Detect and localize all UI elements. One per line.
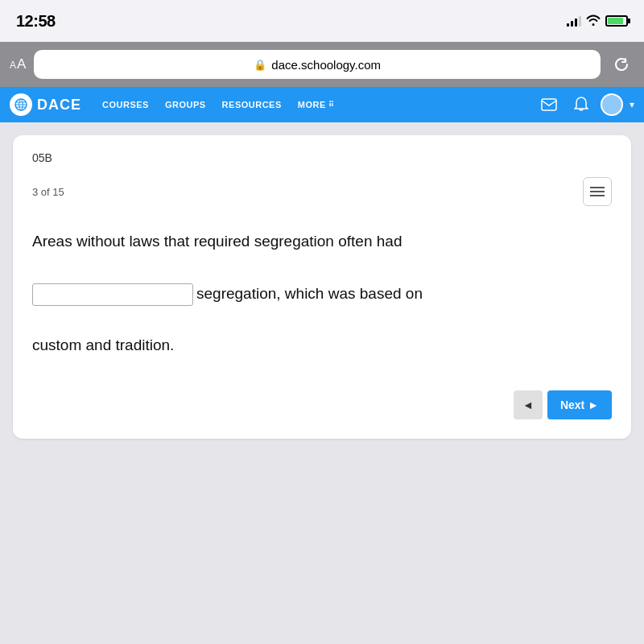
nav-links: COURSES GROUPS RESOURCES MORE ⠿	[94, 87, 536, 122]
list-view-button[interactable]	[583, 177, 612, 206]
question-part3: custom and tradition.	[32, 336, 174, 353]
nav-logo-icon	[10, 93, 32, 116]
nav-bar: DACE COURSES GROUPS RESOURCES MORE ⠿ ▾	[0, 87, 644, 122]
svg-rect-1	[542, 99, 556, 110]
signal-icon	[567, 15, 581, 27]
nav-logo[interactable]: DACE	[10, 93, 81, 116]
url-text: dace.schoology.com	[271, 58, 381, 72]
avatar[interactable]	[601, 93, 623, 116]
battery-icon	[605, 15, 628, 27]
nav-link-more[interactable]: MORE ⠿	[290, 87, 343, 122]
prev-button[interactable]: ◄	[514, 390, 543, 419]
more-dots-icon: ⠿	[328, 101, 335, 109]
nav-logo-text: DACE	[37, 97, 81, 114]
url-bar[interactable]: 🔒 dace.schoology.com	[34, 50, 601, 79]
status-bar: 12:58	[0, 0, 644, 42]
aa-large: A	[17, 56, 26, 72]
status-icons	[567, 14, 628, 28]
nav-link-resources[interactable]: RESOURCES	[214, 87, 290, 122]
question-card: 05B 3 of 15 Areas without laws that requ…	[13, 135, 631, 439]
chevron-down-icon[interactable]: ▾	[630, 99, 634, 110]
card-label: 05B	[32, 151, 612, 164]
wifi-icon	[586, 14, 601, 28]
list-icon	[590, 186, 605, 197]
bell-icon-button[interactable]	[568, 92, 594, 118]
next-button[interactable]: Next ►	[547, 390, 612, 419]
fill-blank-input[interactable]	[32, 283, 193, 306]
nav-buttons: ◄ Next ►	[32, 390, 612, 419]
avatar-image	[602, 95, 621, 114]
browser-bar: A A 🔒 dace.schoology.com	[0, 42, 644, 87]
question-part2: segregation, which was based on	[196, 285, 423, 302]
nav-icons: ▾	[536, 92, 634, 118]
question-area: Areas without laws that required segrega…	[32, 229, 612, 358]
progress-row: 3 of 15	[32, 177, 612, 206]
aa-small: A	[10, 60, 16, 71]
lock-icon: 🔒	[254, 59, 266, 71]
nav-link-courses[interactable]: COURSES	[94, 87, 157, 122]
nav-link-groups[interactable]: GROUPS	[157, 87, 214, 122]
status-time: 12:58	[16, 12, 56, 31]
reload-button[interactable]	[609, 52, 634, 77]
progress-text: 3 of 15	[32, 186, 64, 198]
main-content: 05B 3 of 15 Areas without laws that requ…	[0, 122, 644, 644]
aa-button[interactable]: A A	[10, 56, 26, 72]
mail-icon-button[interactable]	[536, 92, 562, 118]
question-part1: Areas without laws that required segrega…	[32, 233, 402, 250]
